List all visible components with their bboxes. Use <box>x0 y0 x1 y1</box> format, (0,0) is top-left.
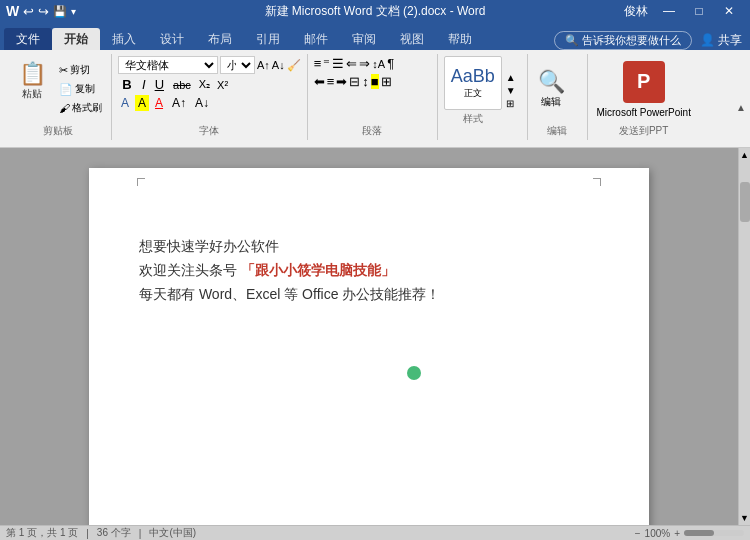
tab-help[interactable]: 帮助 <box>436 28 484 50</box>
ribbon-collapse-button[interactable]: ▲ <box>736 102 746 113</box>
underline-button[interactable]: U <box>152 76 167 93</box>
tab-references[interactable]: 引用 <box>244 28 292 50</box>
powerpoint-icon: P <box>623 61 665 103</box>
scroll-up-button[interactable]: ▲ <box>740 148 749 162</box>
font-size-select[interactable]: 小二 <box>220 56 255 74</box>
tab-view[interactable]: 视图 <box>388 28 436 50</box>
style-normal-button[interactable]: AaBb 正文 <box>444 56 502 110</box>
styles-scroll-down-button[interactable]: ▼ <box>506 85 516 96</box>
edit-label: 编辑 <box>534 124 581 138</box>
word-icon: W <box>6 3 19 19</box>
scroll-thumb[interactable] <box>740 182 750 222</box>
subscript-button[interactable]: X₂ <box>197 77 212 92</box>
font-name-select[interactable]: 华文楷体 <box>118 56 218 74</box>
user-area: 俊林 — □ ✕ <box>624 0 744 22</box>
increase-indent-button[interactable]: ⇒ <box>359 56 370 71</box>
format-painter-button[interactable]: 🖌格式刷 <box>56 99 105 117</box>
page-info: 第 1 页，共 1 页 <box>6 526 78 540</box>
tab-mailings[interactable]: 邮件 <box>292 28 340 50</box>
bullet-list-button[interactable]: ≡ <box>314 56 322 71</box>
tab-review[interactable]: 审阅 <box>340 28 388 50</box>
document-highlight: 「跟小小筱学电脑技能」 <box>241 262 395 278</box>
edit-button[interactable]: 🔍 编辑 <box>534 63 569 115</box>
paste-button[interactable]: 📋 粘贴 <box>10 56 54 108</box>
borders-button[interactable]: ⊞ <box>381 74 392 89</box>
ppt-label: 发送到PPT <box>594 124 694 138</box>
numbered-list-button[interactable]: ⁼ <box>323 56 330 71</box>
tab-insert[interactable]: 插入 <box>100 28 148 50</box>
styles-group: AaBb 正文 样式 ▲ ▼ ⊞ <box>438 54 528 140</box>
line-spacing-button[interactable]: ↕ <box>362 74 369 89</box>
tab-home[interactable]: 开始 <box>52 28 100 50</box>
search-icon: 🔍 <box>565 34 579 46</box>
vertical-scrollbar[interactable]: ▲ ▼ <box>738 148 750 525</box>
show-marks-button[interactable]: ¶ <box>387 56 394 71</box>
align-left-button[interactable]: ⬅ <box>314 74 325 89</box>
clear-format-icon[interactable]: 🧹 <box>287 59 301 72</box>
shading-button[interactable]: ■ <box>371 74 379 89</box>
minimize-button[interactable]: — <box>654 0 684 22</box>
cursor-indicator <box>407 366 421 380</box>
ppt-name: Microsoft PowerPoint <box>594 107 694 118</box>
paragraph-label: 段落 <box>314 124 431 138</box>
italic-button[interactable]: I <box>139 76 149 93</box>
styles-scroll-up-button[interactable]: ▲ <box>506 72 516 83</box>
window-title: 新建 Microsoft Word 文档 (2).docx - Word <box>265 3 486 20</box>
justify-button[interactable]: ⊟ <box>349 74 360 89</box>
ribbon: 📋 粘贴 ✂剪切 📄复制 🖌格式刷 剪贴板 <box>0 50 750 148</box>
save-icon[interactable]: 💾 <box>53 5 67 18</box>
align-right-button[interactable]: ➡ <box>336 74 347 89</box>
document-line1: 想要快速学好办公软件 <box>139 238 599 256</box>
zoom-out-button[interactable]: − <box>635 528 641 539</box>
redo-icon[interactable]: ↪ <box>38 4 49 19</box>
bold-button[interactable]: B <box>118 76 136 93</box>
tell-me-box[interactable]: 🔍 告诉我你想要做什么 <box>554 31 692 50</box>
tab-design[interactable]: 设计 <box>148 28 196 50</box>
font-grow-button[interactable]: A↑ <box>169 95 189 111</box>
tab-layout[interactable]: 布局 <box>196 28 244 50</box>
word-count: 36 个字 <box>97 526 131 540</box>
sort-button[interactable]: ↕A <box>372 58 385 70</box>
text-effect-button[interactable]: A <box>118 95 132 111</box>
font-size-shrink-icon[interactable]: A↓ <box>272 59 285 71</box>
decrease-indent-button[interactable]: ⇐ <box>346 56 357 71</box>
font-size-grow-icon[interactable]: A↑ <box>257 59 270 71</box>
cut-button[interactable]: ✂剪切 <box>56 61 105 79</box>
font-label: 字体 <box>118 124 301 138</box>
language-info: 中文(中国) <box>149 526 196 540</box>
font-shrink-button[interactable]: A↓ <box>192 95 212 111</box>
copy-button[interactable]: 📄复制 <box>56 80 105 98</box>
document-area: 想要快速学好办公软件 欢迎关注头条号 「跟小小筱学电脑技能」 每天都有 Word… <box>0 148 750 525</box>
document-line3: 每天都有 Word、Excel 等 Office 办公技能推荐！ <box>139 286 599 304</box>
zoom-in-button[interactable]: + <box>674 528 680 539</box>
edit-group: 🔍 编辑 编辑 <box>528 54 588 140</box>
styles-expand-button[interactable]: ⊞ <box>506 98 516 109</box>
document-line2: 欢迎关注头条号 「跟小小筱学电脑技能」 <box>139 262 599 280</box>
multilevel-list-button[interactable]: ☰ <box>332 56 344 71</box>
font-group: 华文楷体 小二 A↑ A↓ 🧹 B I U abc X₂ X² <box>112 54 308 140</box>
undo-icon[interactable]: ↩ <box>23 4 34 19</box>
zoom-level: 100% <box>645 528 671 539</box>
clipboard-label: 剪贴板 <box>10 124 105 138</box>
document-page[interactable]: 想要快速学好办公软件 欢迎关注头条号 「跟小小筱学电脑技能」 每天都有 Word… <box>89 168 649 525</box>
align-center-button[interactable]: ≡ <box>327 74 335 89</box>
customize-icon[interactable]: ▾ <box>71 6 76 17</box>
styles-label: 样式 <box>444 112 502 126</box>
tab-bar: 文件 开始 插入 设计 布局 引用 邮件 审阅 视图 帮助 🔍 告诉我你想要做什… <box>0 22 750 50</box>
close-button[interactable]: ✕ <box>714 0 744 22</box>
status-bar: 第 1 页，共 1 页 | 36 个字 | 中文(中国) − 100% + <box>0 525 750 540</box>
username: 俊林 <box>624 3 648 20</box>
strikethrough-button[interactable]: abc <box>170 78 194 92</box>
maximize-button[interactable]: □ <box>684 0 714 22</box>
paragraph-group: ≡ ⁼ ☰ ⇐ ⇒ ↕A ¶ ⬅ ≡ ➡ ⊟ ↕ ■ ⊞ 段 <box>308 54 438 140</box>
ppt-group: P Microsoft PowerPoint 发送到PPT <box>588 54 702 140</box>
tab-file[interactable]: 文件 <box>4 28 52 50</box>
font-color-button[interactable]: A <box>152 95 166 111</box>
clipboard-group: 📋 粘贴 ✂剪切 📄复制 🖌格式刷 剪贴板 <box>4 54 112 140</box>
scroll-down-button[interactable]: ▼ <box>740 511 749 525</box>
share-button[interactable]: 👤 共享 <box>700 32 742 49</box>
quick-access-toolbar[interactable]: W ↩ ↪ 💾 ▾ <box>6 3 76 19</box>
superscript-button[interactable]: X² <box>215 78 230 92</box>
title-bar: W ↩ ↪ 💾 ▾ 新建 Microsoft Word 文档 (2).docx … <box>0 0 750 22</box>
text-highlight-button[interactable]: A <box>135 95 149 111</box>
